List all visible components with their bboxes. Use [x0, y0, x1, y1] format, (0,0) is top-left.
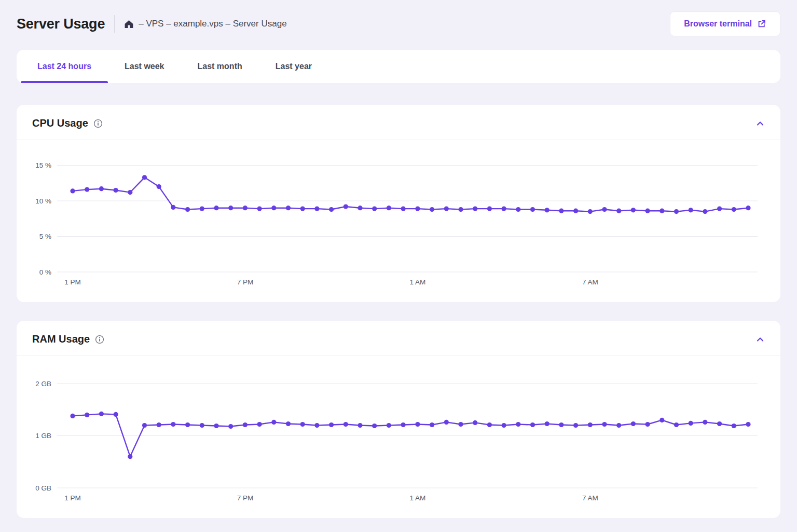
svg-text:1 GB: 1 GB [35, 432, 51, 440]
external-link-icon [757, 19, 766, 29]
svg-text:7 AM: 7 AM [582, 278, 598, 286]
svg-text:5 %: 5 % [39, 233, 51, 240]
svg-text:7 PM: 7 PM [237, 278, 254, 286]
page-header: Server Usage – VPS – example.vps – Serve… [17, 11, 780, 36]
cpu-usage-chart: 15 %10 %5 %0 %1 PM7 PM1 AM7 AM [29, 151, 768, 295]
svg-text:0 %: 0 % [39, 268, 51, 276]
svg-text:0 GB: 0 GB [35, 484, 51, 492]
cpu-usage-chart-area: 15 %10 %5 %0 %1 PM7 PM1 AM7 AM [17, 140, 780, 302]
svg-text:7 PM: 7 PM [237, 494, 254, 502]
page-header-left: Server Usage – VPS – example.vps – Serve… [17, 15, 287, 33]
tab-last-24-hours-label: Last 24 hours [37, 62, 91, 71]
svg-text:1 AM: 1 AM [409, 494, 425, 502]
breadcrumb-text: – VPS – example.vps – Server Usage [139, 19, 286, 29]
info-icon[interactable] [93, 119, 103, 128]
header-divider [114, 15, 115, 33]
chevron-up-icon[interactable] [755, 119, 765, 128]
svg-text:15 %: 15 % [35, 161, 51, 169]
svg-text:7 AM: 7 AM [582, 494, 598, 502]
browser-terminal-label: Browser terminal [684, 19, 752, 29]
tab-last-month-label: Last month [198, 62, 242, 71]
breadcrumb: – VPS – example.vps – Server Usage [124, 19, 286, 29]
browser-terminal-button[interactable]: Browser terminal [670, 11, 780, 36]
ram-usage-card-header: RAM Usage [17, 321, 780, 356]
svg-text:1 PM: 1 PM [64, 278, 81, 286]
cpu-usage-card: CPU Usage 15 %10 %5 %0 %1 PM7 PM1 AM7 AM [17, 105, 780, 302]
ram-usage-title: RAM Usage [32, 333, 90, 345]
info-icon[interactable] [95, 335, 104, 344]
home-icon[interactable] [124, 19, 134, 29]
svg-text:2 GB: 2 GB [35, 380, 51, 388]
cpu-usage-card-header: CPU Usage [17, 105, 780, 140]
page-title: Server Usage [17, 16, 105, 32]
tab-last-24-hours[interactable]: Last 24 hours [21, 50, 108, 83]
tab-last-month[interactable]: Last month [181, 50, 259, 83]
tab-last-week-label: Last week [125, 62, 164, 71]
chevron-up-icon[interactable] [755, 335, 765, 344]
ram-usage-chart: 2 GB1 GB0 GB1 PM7 PM1 AM7 AM [29, 366, 768, 511]
svg-text:10 %: 10 % [35, 197, 51, 205]
tab-last-year[interactable]: Last year [259, 50, 328, 83]
tab-last-week[interactable]: Last week [108, 50, 181, 83]
time-range-tabs: Last 24 hours Last week Last month Last … [17, 50, 780, 83]
ram-usage-card: RAM Usage 2 GB1 GB0 GB1 PM7 PM1 AM7 AM [17, 321, 780, 518]
svg-text:1 PM: 1 PM [64, 494, 81, 502]
tab-last-year-label: Last year [276, 62, 312, 71]
ram-usage-chart-area: 2 GB1 GB0 GB1 PM7 PM1 AM7 AM [17, 356, 780, 518]
svg-text:1 AM: 1 AM [409, 278, 425, 286]
cpu-usage-title: CPU Usage [32, 117, 88, 129]
